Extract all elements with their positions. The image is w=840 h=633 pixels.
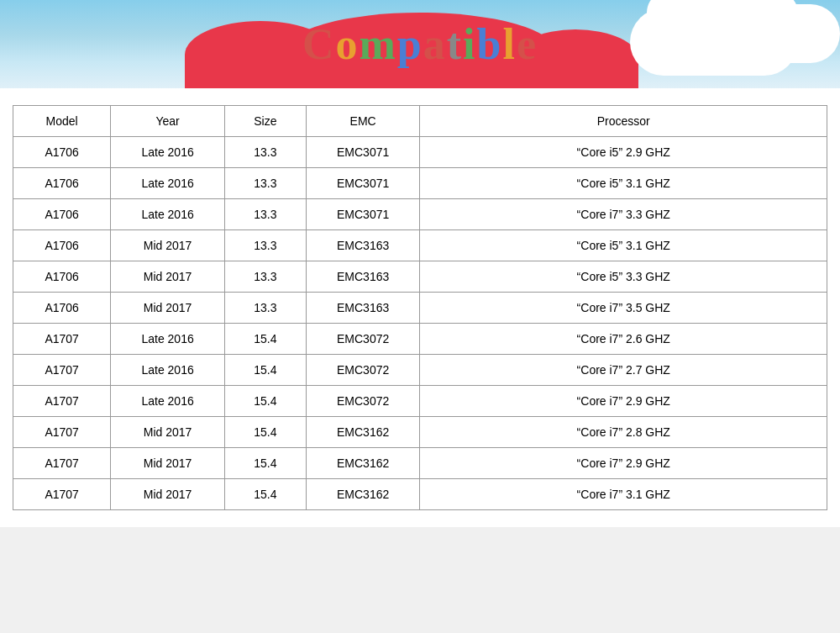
table-cell: A1706 [13, 261, 111, 293]
table-cell: Mid 2017 [111, 417, 225, 448]
table-cell: 15.4 [224, 386, 306, 417]
table-cell: 13.3 [224, 199, 306, 230]
table-cell: “Core i5” 3.1 GHZ [420, 230, 827, 261]
cloud-right [689, 4, 840, 63]
table-row: A1706Mid 201713.3EMC3163“Core i5” 3.3 GH… [13, 261, 827, 293]
table-cell: Mid 2017 [111, 230, 225, 261]
table-cell: A1706 [13, 293, 111, 324]
table-cell: A1707 [13, 417, 111, 448]
table-cell: EMC3162 [306, 448, 420, 479]
table-cell: Late 2016 [111, 168, 225, 199]
table-cell: Late 2016 [111, 199, 225, 230]
table-cell: A1706 [13, 168, 111, 199]
table-cell: 13.3 [224, 168, 306, 199]
table-row: A1706Mid 201713.3EMC3163“Core i7” 3.5 GH… [13, 293, 827, 324]
table-cell: “Core i5” 3.1 GHZ [420, 168, 827, 199]
compatible-title: Compatible [302, 19, 538, 69]
table-cell: A1707 [13, 479, 111, 510]
table-header-model: Model [13, 106, 111, 137]
table-cell: A1707 [13, 386, 111, 417]
table-cell: Late 2016 [111, 355, 225, 386]
table-cell: 15.4 [224, 417, 306, 448]
table-cell: “Core i7” 3.3 GHZ [420, 199, 827, 230]
table-row: A1706Late 201613.3EMC3071“Core i5” 3.1 G… [13, 168, 827, 199]
table-cell: 13.3 [224, 293, 306, 324]
table-cell: 13.3 [224, 137, 306, 168]
table-cell: Mid 2017 [111, 261, 225, 293]
table-cell: 15.4 [224, 355, 306, 386]
table-row: A1707Mid 201715.4EMC3162“Core i7” 2.8 GH… [13, 417, 827, 448]
table-cell: “Core i7” 2.8 GHZ [420, 417, 827, 448]
table-row: A1706Late 201613.3EMC3071“Core i7” 3.3 G… [13, 199, 827, 230]
table-wrapper: ⚠ ModelYearSizeEMCProcessorA1706Late 201… [13, 105, 827, 510]
table-cell: 15.4 [224, 448, 306, 479]
table-header-size: Size [224, 106, 306, 137]
table-header-emc: EMC [306, 106, 420, 137]
table-cell: A1707 [13, 448, 111, 479]
table-cell: “Core i7” 3.1 GHZ [420, 479, 827, 510]
table-row: A1707Mid 201715.4EMC3162“Core i7” 2.9 GH… [13, 448, 827, 479]
table-cell: “Core i5” 3.3 GHZ [420, 261, 827, 293]
table-row: A1707Late 201615.4EMC3072“Core i7” 2.9 G… [13, 386, 827, 417]
table-row: A1707Mid 201715.4EMC3162“Core i7” 3.1 GH… [13, 479, 827, 510]
table-cell: 13.3 [224, 261, 306, 293]
table-header-year: Year [111, 106, 225, 137]
table-cell: EMC3071 [306, 168, 420, 199]
table-cell: 13.3 [224, 230, 306, 261]
table-cell: “Core i5” 2.9 GHZ [420, 137, 827, 168]
table-cell: EMC3162 [306, 479, 420, 510]
table-cell: A1706 [13, 137, 111, 168]
table-cell: 15.4 [224, 324, 306, 355]
table-row: A1707Late 201615.4EMC3072“Core i7” 2.7 G… [13, 355, 827, 386]
table-cell: “Core i7” 2.9 GHZ [420, 386, 827, 417]
table-cell: A1707 [13, 355, 111, 386]
table-cell: A1707 [13, 324, 111, 355]
table-cell: “Core i7” 2.7 GHZ [420, 355, 827, 386]
table-cell: EMC3071 [306, 137, 420, 168]
table-cell: Late 2016 [111, 137, 225, 168]
table-row: A1706Mid 201713.3EMC3163“Core i5” 3.1 GH… [13, 230, 827, 261]
table-cell: EMC3071 [306, 199, 420, 230]
table-cell: 15.4 [224, 479, 306, 510]
table-cell: EMC3072 [306, 324, 420, 355]
table-cell: EMC3163 [306, 261, 420, 293]
header-banner: Compatible [0, 0, 840, 88]
table-cell: Mid 2017 [111, 448, 225, 479]
table-cell: Late 2016 [111, 386, 225, 417]
table-cell: “Core i7” 3.5 GHZ [420, 293, 827, 324]
table-cell: Late 2016 [111, 324, 225, 355]
main-content: ⚠ ModelYearSizeEMCProcessorA1706Late 201… [0, 88, 840, 527]
table-cell: EMC3163 [306, 293, 420, 324]
table-cell: EMC3072 [306, 355, 420, 386]
table-cell: EMC3162 [306, 417, 420, 448]
table-header-processor: Processor [420, 106, 827, 137]
table-cell: Mid 2017 [111, 479, 225, 510]
table-cell: “Core i7” 2.9 GHZ [420, 448, 827, 479]
table-row: A1707Late 201615.4EMC3072“Core i7” 2.6 G… [13, 324, 827, 355]
table-cell: EMC3072 [306, 386, 420, 417]
table-cell: EMC3163 [306, 230, 420, 261]
table-cell: “Core i7” 2.6 GHZ [420, 324, 827, 355]
table-cell: A1706 [13, 230, 111, 261]
table-cell: Mid 2017 [111, 293, 225, 324]
table-row: A1706Late 201613.3EMC3071“Core i5” 2.9 G… [13, 137, 827, 168]
table-cell: A1706 [13, 199, 111, 230]
compatibility-table: ModelYearSizeEMCProcessorA1706Late 20161… [13, 105, 827, 510]
